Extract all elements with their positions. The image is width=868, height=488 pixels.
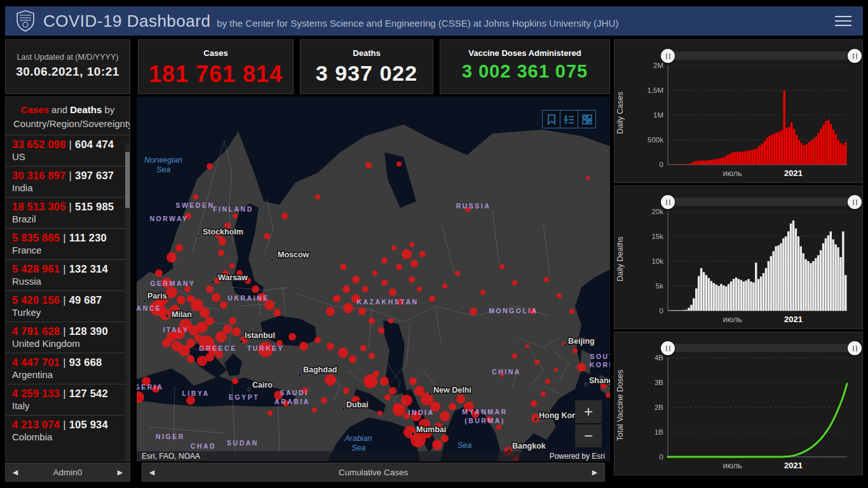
case-bubble[interactable] <box>349 355 356 363</box>
world-map[interactable]: NORWAYSWEDENFINLANDRUSSIAUKRAINEKAZAKHST… <box>137 97 610 461</box>
list-item[interactable]: 5 835 885|111 230France <box>6 228 130 259</box>
case-bubble[interactable] <box>325 374 336 386</box>
case-bubble[interactable] <box>366 379 371 384</box>
case-bubble[interactable] <box>378 327 384 334</box>
legend-icon[interactable] <box>560 110 578 128</box>
map-canvas[interactable]: NORWAYSWEDENFINLANDRUSSIAUKRAINEKAZAKHST… <box>137 97 610 461</box>
case-bubble[interactable] <box>206 285 214 293</box>
zoom-out-button[interactable]: − <box>575 424 602 447</box>
list-item[interactable]: 4 791 628|128 390United Kingdom <box>6 322 130 353</box>
case-bubble[interactable] <box>381 280 388 286</box>
case-bubble[interactable] <box>268 410 273 416</box>
case-bubble[interactable] <box>369 353 375 359</box>
case-bubble[interactable] <box>470 308 477 315</box>
slider-handle-left[interactable] <box>661 49 675 63</box>
case-bubble[interactable] <box>229 263 234 268</box>
bookmarks-icon[interactable] <box>542 110 560 128</box>
case-bubble[interactable] <box>410 260 418 268</box>
case-bubble[interactable] <box>388 318 393 323</box>
case-bubble[interactable] <box>273 309 281 316</box>
case-bubble[interactable] <box>229 317 236 325</box>
case-bubble[interactable] <box>401 395 412 406</box>
case-bubble[interactable] <box>402 249 412 259</box>
case-bubble[interactable] <box>358 308 366 315</box>
slider-track[interactable] <box>668 51 855 60</box>
case-bubble[interactable] <box>384 394 391 400</box>
time-range-slider[interactable] <box>668 195 855 209</box>
case-bubble[interactable] <box>187 355 194 363</box>
list-item[interactable]: 5 420 156|49 687Turkey <box>6 290 130 322</box>
case-bubble[interactable] <box>315 337 321 343</box>
case-bubble[interactable] <box>177 295 186 304</box>
case-bubble[interactable] <box>264 233 270 240</box>
case-bubble[interactable] <box>232 378 238 384</box>
case-bubble[interactable] <box>212 293 220 302</box>
case-bubble[interactable] <box>193 194 198 200</box>
case-bubble[interactable] <box>381 257 388 264</box>
case-bubble[interactable] <box>389 387 397 395</box>
case-bubble[interactable] <box>186 396 195 405</box>
case-bubble[interactable] <box>281 213 288 219</box>
time-range-slider[interactable] <box>668 49 855 63</box>
case-bubble[interactable] <box>573 348 578 353</box>
case-bubble[interactable] <box>321 397 327 403</box>
list-scrollbar[interactable] <box>125 143 130 461</box>
case-bubble[interactable] <box>338 348 348 358</box>
case-bubble[interactable] <box>207 163 213 170</box>
case-bubble[interactable] <box>362 286 369 292</box>
case-bubble[interactable] <box>373 370 379 377</box>
next-arrow-icon[interactable]: ▶ <box>111 468 130 477</box>
case-bubble[interactable] <box>534 360 539 365</box>
case-bubble[interactable] <box>365 162 372 168</box>
case-bubble[interactable] <box>440 411 450 421</box>
case-bubble[interactable] <box>512 353 517 358</box>
next-arrow-icon[interactable]: ▶ <box>585 468 604 477</box>
case-bubble[interactable] <box>372 271 377 276</box>
case-bubble[interactable] <box>333 295 341 302</box>
case-bubble[interactable] <box>409 377 417 385</box>
slider-handle-right[interactable] <box>848 49 862 63</box>
case-bubble[interactable] <box>409 276 415 283</box>
case-bubble[interactable] <box>397 161 402 166</box>
case-bubble[interactable] <box>393 403 405 416</box>
case-bubble[interactable] <box>442 283 447 288</box>
case-bubble[interactable] <box>396 264 402 270</box>
case-bubble[interactable] <box>342 285 350 293</box>
case-bubble[interactable] <box>496 424 501 430</box>
case-bubble[interactable] <box>218 250 224 256</box>
case-bubble[interactable] <box>389 288 397 296</box>
case-bubble[interactable] <box>377 410 383 416</box>
case-bubble[interactable] <box>586 176 590 180</box>
case-bubble[interactable] <box>327 342 334 350</box>
slider-handle-right[interactable] <box>848 195 862 209</box>
list-item[interactable]: 5 428 961|132 314Russia <box>6 259 130 290</box>
case-bubble[interactable] <box>220 301 227 309</box>
case-bubble[interactable] <box>343 303 353 313</box>
case-bubble[interactable] <box>441 435 449 442</box>
case-bubble[interactable] <box>391 245 397 250</box>
case-bubble[interactable] <box>299 342 308 351</box>
case-bubble[interactable] <box>175 244 183 252</box>
list-item[interactable]: 30 316 897|397 637India <box>6 166 130 197</box>
case-bubble[interactable] <box>233 214 238 219</box>
case-bubble[interactable] <box>166 252 177 262</box>
scrollbar-thumb[interactable] <box>125 152 130 208</box>
case-bubble[interactable] <box>544 277 549 282</box>
slider-handle-left[interactable] <box>661 195 675 209</box>
zoom-in-button[interactable]: + <box>575 400 602 423</box>
case-bubble[interactable] <box>197 356 207 366</box>
list-item[interactable]: 33 652 098|604 474US <box>6 135 130 166</box>
case-bubble[interactable] <box>526 344 529 348</box>
case-bubble[interactable] <box>409 242 414 247</box>
case-bubble[interactable] <box>449 403 456 410</box>
case-bubble[interactable] <box>432 440 442 450</box>
case-bubble[interactable] <box>499 264 505 269</box>
list-item[interactable]: 4 259 133|127 542Italy <box>6 384 130 415</box>
case-bubble[interactable] <box>577 363 586 372</box>
case-bubble[interactable] <box>512 280 517 285</box>
case-bubble[interactable] <box>232 327 241 336</box>
daily-cases-chart[interactable]: 0500k1M1,5M2Mиюль2021 <box>625 62 855 181</box>
case-bubble[interactable] <box>545 379 550 384</box>
slider-track[interactable] <box>668 344 855 352</box>
case-bubble[interactable] <box>369 318 375 324</box>
